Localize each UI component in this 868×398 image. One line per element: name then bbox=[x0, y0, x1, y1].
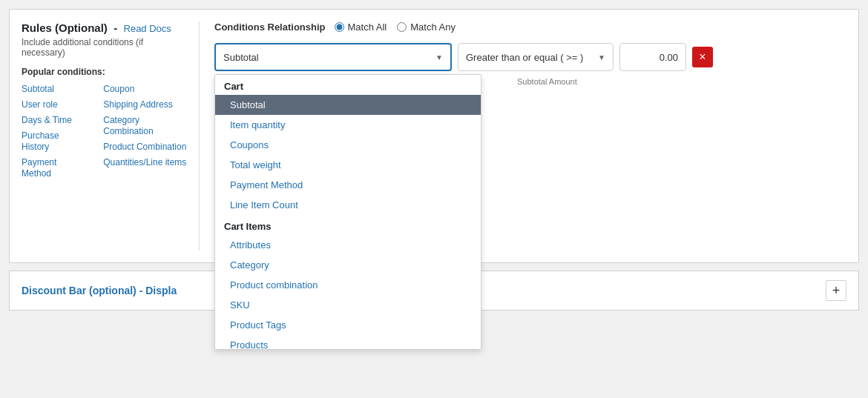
operator-chevron-icon: ▼ bbox=[598, 53, 605, 62]
match-all-option[interactable]: Match All bbox=[335, 21, 387, 33]
dropdown-item-coupons[interactable]: Coupons bbox=[215, 135, 481, 155]
match-any-option[interactable]: Match Any bbox=[397, 21, 456, 33]
popular-conditions-label: Popular conditions: bbox=[22, 67, 187, 77]
dropdown-item-products[interactable]: Products bbox=[215, 335, 481, 349]
popular-product-combination-link[interactable]: Product Combination bbox=[103, 142, 186, 152]
popular-quantities-link[interactable]: Quantities/Line items bbox=[103, 157, 186, 168]
read-docs-link[interactable]: Read Docs bbox=[124, 23, 171, 34]
match-all-radio[interactable] bbox=[335, 22, 344, 32]
popular-col2: Coupon Shipping Address Category Combina… bbox=[103, 83, 187, 183]
popular-user-role-link[interactable]: User role bbox=[22, 99, 58, 110]
popular-payment-method-link[interactable]: Payment Method bbox=[22, 157, 56, 179]
operator-select-dropdown[interactable]: Greater than or equal ( >= ) ▼ bbox=[458, 43, 614, 71]
dropdown-item-total-weight[interactable]: Total weight bbox=[215, 155, 481, 175]
dropdown-item-line-item-count[interactable]: Line Item Count bbox=[215, 195, 481, 215]
popular-coupon-link[interactable]: Coupon bbox=[103, 84, 134, 94]
condition-dropdown-overlay[interactable]: Cart Subtotal Item quantity Coupons Tota… bbox=[214, 74, 481, 350]
conditions-relationship-row: Conditions Relationship Match All Match … bbox=[214, 21, 846, 33]
radio-group: Match All Match Any bbox=[335, 21, 456, 33]
condition-builder-row: Subtotal ▼ Greater than or equal ( >= ) … bbox=[214, 43, 846, 71]
popular-days-time-link[interactable]: Days & Time bbox=[22, 115, 72, 125]
dropdown-item-sku[interactable]: SKU bbox=[215, 295, 481, 315]
dropdown-item-attributes[interactable]: Attributes bbox=[215, 235, 481, 255]
section-subtitle: Include additional conditions (if necess… bbox=[22, 37, 187, 58]
popular-subtotal-link[interactable]: Subtotal bbox=[22, 84, 54, 94]
match-any-radio[interactable] bbox=[397, 22, 407, 32]
add-button[interactable]: + bbox=[826, 280, 846, 301]
dropdown-item-subtotal[interactable]: Subtotal bbox=[215, 95, 481, 115]
dropdown-group-cart-items: Cart Items bbox=[215, 215, 481, 235]
bottom-bar-title: Discount Bar (optional) - Displa bbox=[22, 285, 177, 296]
dropdown-scrollable[interactable]: Cart Subtotal Item quantity Coupons Tota… bbox=[215, 75, 481, 349]
conditions-relationship-label: Conditions Relationship bbox=[214, 21, 326, 33]
dropdown-item-category[interactable]: Category bbox=[215, 255, 481, 275]
condition-select-dropdown[interactable]: Subtotal ▼ bbox=[214, 43, 452, 71]
value-input[interactable] bbox=[619, 43, 686, 71]
dropdown-item-item-quantity[interactable]: Item quantity bbox=[215, 115, 481, 135]
section-title: Rules (Optional) - Read Docs bbox=[22, 21, 187, 34]
subtotal-amount-label: Subtotal Amount bbox=[517, 77, 584, 86]
dropdown-group-cart: Cart bbox=[215, 75, 481, 95]
chevron-down-icon: ▼ bbox=[435, 53, 443, 62]
popular-shipping-address-link[interactable]: Shipping Address bbox=[103, 99, 172, 110]
remove-condition-button[interactable]: × bbox=[692, 47, 713, 67]
dropdown-item-payment-method[interactable]: Payment Method bbox=[215, 175, 481, 195]
popular-purchase-history-link[interactable]: Purchase History bbox=[22, 130, 59, 152]
dropdown-item-product-tags[interactable]: Product Tags bbox=[215, 315, 481, 335]
popular-category-combination-link[interactable]: Category Combination bbox=[103, 115, 153, 136]
popular-col1: Subtotal User role Days & Time Purchase … bbox=[22, 83, 85, 183]
dropdown-item-product-combination[interactable]: Product combination bbox=[215, 275, 481, 295]
